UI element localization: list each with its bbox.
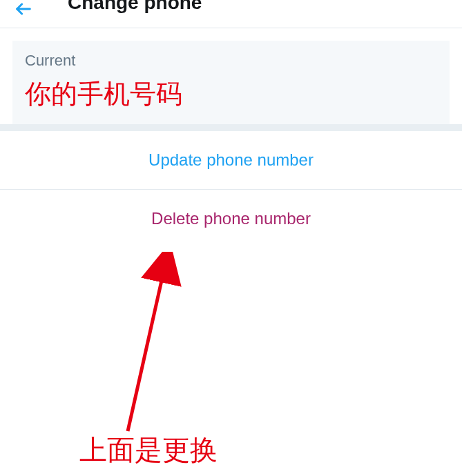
current-label: Current	[25, 52, 437, 70]
update-phone-button[interactable]: Update phone number	[148, 150, 314, 169]
annotation-arrow-icon	[104, 252, 186, 438]
back-button[interactable]	[14, 0, 33, 19]
delete-row: Delete phone number	[0, 190, 462, 248]
svg-line-2	[128, 262, 166, 431]
header: Change phone	[0, 0, 462, 28]
current-phone-value: 你的手机号码	[25, 77, 437, 112]
section-divider	[0, 124, 462, 131]
page-title: Change phone	[68, 0, 202, 14]
current-phone-section: Current 你的手机号码	[12, 41, 450, 124]
back-arrow-icon	[14, 0, 33, 19]
annotation-text: 上面是更换	[79, 431, 218, 469]
delete-phone-button[interactable]: Delete phone number	[151, 209, 311, 228]
update-row: Update phone number	[0, 131, 462, 189]
divider	[0, 28, 462, 28]
